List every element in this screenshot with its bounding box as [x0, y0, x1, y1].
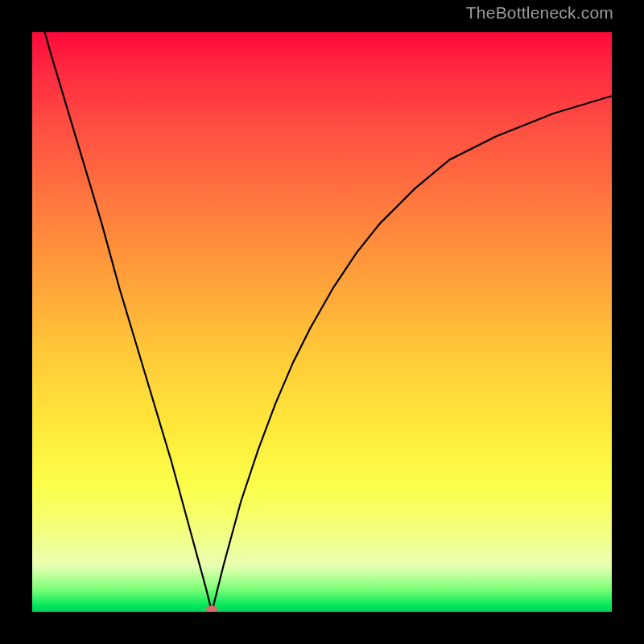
plot-area	[32, 32, 612, 612]
watermark-text: TheBottleneck.com	[466, 3, 613, 23]
bottleneck-curve	[32, 32, 612, 612]
minimum-marker-icon	[206, 606, 217, 613]
chart-container: TheBottleneck.com	[0, 0, 644, 644]
curve-svg	[32, 32, 612, 612]
